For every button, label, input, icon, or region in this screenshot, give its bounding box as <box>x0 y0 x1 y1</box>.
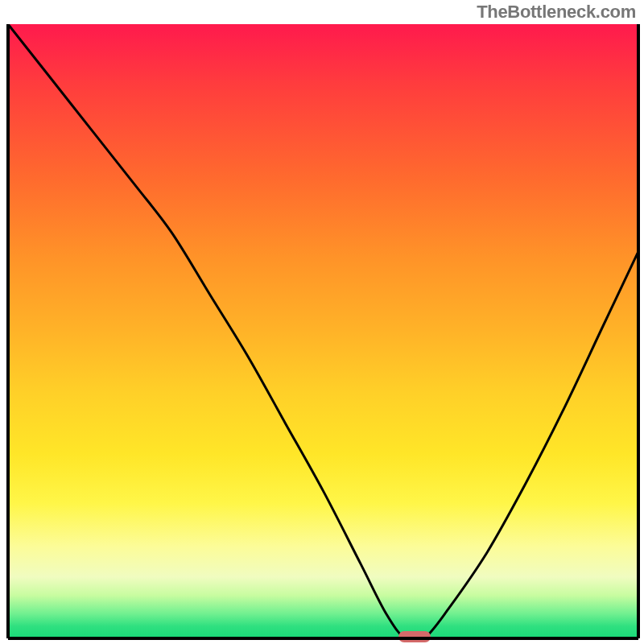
x-axis <box>8 637 638 640</box>
y-axis-right <box>637 24 640 638</box>
plot-area <box>8 24 638 638</box>
chart-container: TheBottleneck.com <box>0 0 644 644</box>
bottleneck-curve <box>8 24 638 638</box>
watermark-text: TheBottleneck.com <box>477 2 636 23</box>
y-axis-left <box>6 24 10 638</box>
